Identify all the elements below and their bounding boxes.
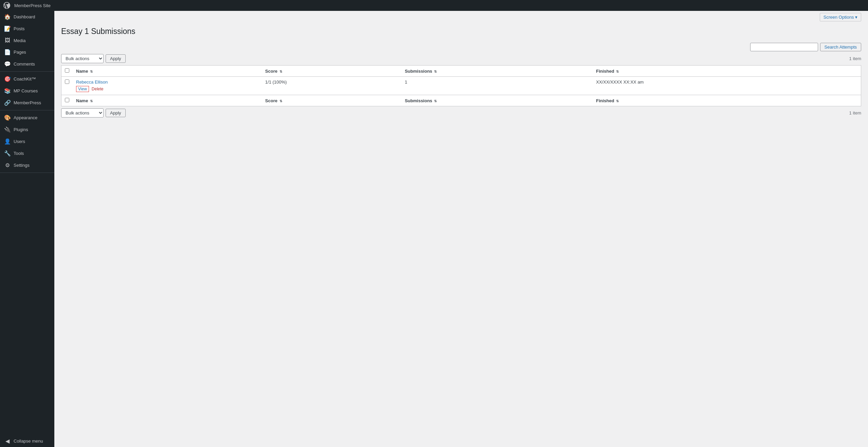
table-body: Rebecca Ellison View Delete 1/1 (100%) 1 bbox=[61, 77, 861, 95]
content-wrap: Search Attempts Bulk actions Apply 1 ite… bbox=[54, 43, 868, 447]
header-submissions[interactable]: Submissions ⇅ bbox=[401, 66, 593, 77]
table-row: Rebecca Ellison View Delete 1/1 (100%) 1 bbox=[61, 77, 861, 95]
sidebar-item-settings[interactable]: ⚙ Settings bbox=[0, 159, 54, 171]
top-tablenav-left: Bulk actions Apply bbox=[61, 54, 126, 63]
delete-action-link[interactable]: Delete bbox=[92, 87, 104, 91]
search-input[interactable] bbox=[750, 43, 818, 51]
search-row: Search Attempts bbox=[61, 43, 861, 51]
view-action-link[interactable]: View bbox=[76, 86, 89, 92]
mp-courses-icon: 📚 bbox=[4, 88, 11, 94]
page-header: Essay 1 Submissions bbox=[54, 23, 868, 43]
bottom-apply-button[interactable]: Apply bbox=[106, 109, 126, 117]
name-sort-icon: ⇅ bbox=[90, 70, 93, 73]
footer-submissions[interactable]: Submissions ⇅ bbox=[401, 95, 593, 106]
search-attempts-button[interactable]: Search Attempts bbox=[820, 43, 861, 51]
footer-finished[interactable]: Finished ⇅ bbox=[593, 95, 861, 106]
table-header-row: Name ⇅ Score ⇅ Submissions ⇅ Finished ⇅ bbox=[61, 66, 861, 77]
finished-sort-icon-bottom: ⇅ bbox=[616, 99, 619, 103]
sidebar-item-plugins[interactable]: 🔌 Plugins bbox=[0, 124, 54, 136]
row-submissions-cell: 1 bbox=[401, 77, 593, 95]
sidebar-item-comments[interactable]: 💬 Comments bbox=[0, 58, 54, 70]
submissions-sort-icon-bottom: ⇅ bbox=[434, 99, 437, 103]
bottom-tablenav-left: Bulk actions Apply bbox=[61, 108, 126, 118]
sidebar-item-coachkit[interactable]: 🎯 CoachKit™ bbox=[0, 73, 54, 85]
score-sort-icon: ⇅ bbox=[279, 70, 282, 73]
top-items-count: 1 item bbox=[849, 56, 861, 61]
bottom-bulk-actions-select[interactable]: Bulk actions bbox=[61, 108, 104, 118]
footer-checkbox-column bbox=[61, 95, 73, 106]
collapse-icon: ◀ bbox=[4, 438, 11, 444]
coachkit-icon: 🎯 bbox=[4, 76, 11, 82]
screen-options-bar: Screen Options ▾ bbox=[54, 11, 868, 23]
footer-name[interactable]: Name ⇅ bbox=[73, 95, 262, 106]
bottom-tablenav: Bulk actions Apply 1 item bbox=[61, 108, 861, 118]
score-sort-icon-bottom: ⇅ bbox=[279, 99, 282, 103]
table-footer-row: Name ⇅ Score ⇅ Submissions ⇅ Finished ⇅ bbox=[61, 95, 861, 106]
select-all-checkbox-top[interactable] bbox=[65, 68, 69, 73]
row-finished-cell: XX/XX/XXXX XX:XX am bbox=[593, 77, 861, 95]
plugins-icon: 🔌 bbox=[4, 126, 11, 133]
screen-options-button[interactable]: Screen Options ▾ bbox=[820, 13, 861, 21]
finished-sort-icon: ⇅ bbox=[616, 70, 619, 73]
row-actions: View Delete bbox=[76, 86, 258, 92]
row-score-cell: 1/1 (100%) bbox=[262, 77, 401, 95]
sidebar-item-pages[interactable]: 📄 Pages bbox=[0, 46, 54, 58]
user-name-link[interactable]: Rebecca Ellison bbox=[76, 79, 108, 85]
page-title: Essay 1 Submissions bbox=[61, 27, 861, 36]
comments-icon: 💬 bbox=[4, 61, 11, 67]
row-name-cell: Rebecca Ellison View Delete bbox=[73, 77, 262, 95]
appearance-icon: 🎨 bbox=[4, 114, 11, 121]
top-bulk-actions-select[interactable]: Bulk actions bbox=[61, 54, 104, 63]
top-apply-button[interactable]: Apply bbox=[106, 54, 126, 63]
bottom-items-count: 1 item bbox=[849, 110, 861, 115]
dashboard-icon: 🏠 bbox=[4, 14, 11, 20]
sidebar-item-posts[interactable]: 📝 Posts bbox=[0, 23, 54, 35]
site-name: MemberPress Site bbox=[14, 3, 51, 8]
submissions-sort-icon: ⇅ bbox=[434, 70, 437, 73]
header-finished[interactable]: Finished ⇅ bbox=[593, 66, 861, 77]
sidebar-item-tools[interactable]: 🔧 Tools bbox=[0, 147, 54, 159]
row-checkbox bbox=[61, 77, 73, 95]
sidebar-item-media[interactable]: 🖼 Media bbox=[0, 35, 54, 46]
media-icon: 🖼 bbox=[4, 37, 11, 43]
settings-icon: ⚙ bbox=[4, 162, 11, 168]
header-score[interactable]: Score ⇅ bbox=[262, 66, 401, 77]
sidebar: 🏠 Dashboard 📝 Posts 🖼 Media 📄 Pages 💬 Co… bbox=[0, 0, 54, 447]
top-tablenav: Bulk actions Apply 1 item bbox=[61, 54, 861, 63]
main-content: Screen Options ▾ Essay 1 Submissions Sea… bbox=[54, 0, 868, 447]
sidebar-item-dashboard[interactable]: 🏠 Dashboard bbox=[0, 11, 54, 23]
sidebar-item-mp-courses[interactable]: 📚 MP Courses bbox=[0, 85, 54, 97]
sidebar-item-memberpress[interactable]: 🔗 MemberPress bbox=[0, 97, 54, 109]
row-checkbox-1[interactable] bbox=[65, 79, 69, 84]
wp-logo bbox=[3, 2, 10, 9]
name-sort-icon-bottom: ⇅ bbox=[90, 99, 93, 103]
sidebar-item-users[interactable]: 👤 Users bbox=[0, 136, 54, 147]
tools-icon: 🔧 bbox=[4, 150, 11, 157]
header-name[interactable]: Name ⇅ bbox=[73, 66, 262, 77]
select-all-checkbox-bottom[interactable] bbox=[65, 98, 69, 102]
users-icon: 👤 bbox=[4, 138, 11, 145]
pages-icon: 📄 bbox=[4, 49, 11, 55]
submissions-table: Name ⇅ Score ⇅ Submissions ⇅ Finished ⇅ bbox=[61, 65, 861, 106]
header-checkbox-column bbox=[61, 66, 73, 77]
admin-bar: MemberPress Site bbox=[0, 0, 868, 11]
collapse-menu-button[interactable]: ◀ Collapse menu bbox=[0, 435, 54, 447]
footer-score[interactable]: Score ⇅ bbox=[262, 95, 401, 106]
memberpress-icon: 🔗 bbox=[4, 100, 11, 106]
sidebar-item-appearance[interactable]: 🎨 Appearance bbox=[0, 112, 54, 124]
posts-icon: 📝 bbox=[4, 25, 11, 32]
